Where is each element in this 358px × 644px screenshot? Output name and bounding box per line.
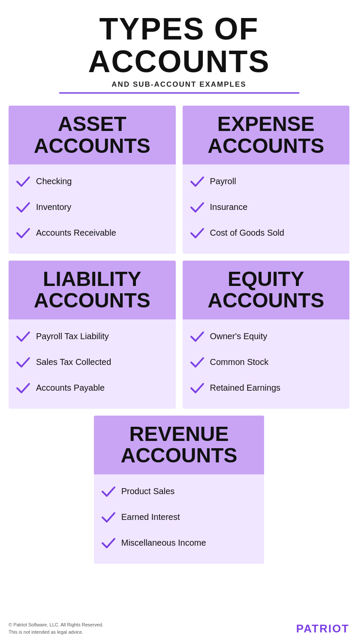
list-item: Insurance [190, 194, 341, 220]
footer-legal-line2: This is not intended as legal advice. [9, 629, 103, 636]
expense-card-body: Payroll Insurance Cost of Goods Sold [183, 164, 350, 254]
revenue-item-3: Miscellaneous Income [121, 538, 206, 548]
list-item: Checking [15, 169, 167, 194]
list-item: Cost of Goods Sold [190, 220, 341, 246]
check-icon [15, 174, 31, 189]
liability-card-title: LIABILITY ACCOUNTS [15, 268, 169, 312]
list-item: Owner's Equity [190, 324, 341, 349]
revenue-card-header: REVENUE ACCOUNTS [94, 416, 265, 474]
check-icon [15, 225, 31, 241]
list-item: Product Sales [101, 479, 256, 504]
list-item: Inventory [15, 194, 167, 220]
expense-card: EXPENSE ACCOUNTS Payroll Insurance [183, 106, 350, 254]
subtitle-divider [59, 92, 299, 94]
asset-card-header: ASSET ACCOUNTS [9, 106, 176, 164]
footer-brand: PATRIOT [296, 622, 349, 635]
revenue-item-2: Earned Interest [121, 512, 180, 522]
asset-card: ASSET ACCOUNTS Checking Inventory [9, 106, 176, 254]
check-icon [101, 484, 116, 499]
check-icon [190, 225, 205, 241]
liability-item-2: Sales Tax Collected [36, 357, 111, 367]
equity-card-body: Owner's Equity Common Stock Retained Ear… [183, 319, 350, 409]
expense-item-3: Cost of Goods Sold [210, 228, 284, 238]
check-icon [190, 174, 205, 189]
list-item: Sales Tax Collected [15, 349, 167, 375]
revenue-card-title: REVENUE ACCOUNTS [101, 423, 258, 467]
revenue-item-1: Product Sales [121, 486, 175, 496]
subtitle-section: AND SUB-ACCOUNT EXAMPLES [9, 80, 349, 94]
expense-card-header: EXPENSE ACCOUNTS [183, 106, 350, 164]
liability-item-3: Accounts Payable [36, 383, 105, 393]
footer-legal: © Patriot Software, LLC. All Rights Rese… [9, 621, 103, 635]
list-item: Accounts Receivable [15, 220, 167, 246]
asset-item-1: Checking [36, 176, 72, 186]
middle-row-grid: LIABILITY ACCOUNTS Payroll Tax Liability… [9, 261, 349, 409]
check-icon [101, 510, 116, 525]
liability-card-header: LIABILITY ACCOUNTS [9, 261, 176, 319]
asset-card-title: ASSET ACCOUNTS [15, 113, 169, 157]
equity-card-header: EQUITY ACCOUNTS [183, 261, 350, 319]
equity-item-1: Owner's Equity [210, 331, 268, 341]
liability-card-body: Payroll Tax Liability Sales Tax Collecte… [9, 319, 176, 409]
check-icon [15, 355, 31, 370]
equity-item-3: Retained Earnings [210, 383, 281, 393]
list-item: Earned Interest [101, 504, 256, 530]
page-title: TYPES OF ACCOUNTS [9, 13, 349, 78]
list-item: Payroll [190, 169, 341, 194]
list-item: Accounts Payable [15, 375, 167, 401]
footer-legal-line1: © Patriot Software, LLC. All Rights Rese… [9, 621, 103, 629]
check-icon [15, 380, 31, 396]
asset-item-2: Inventory [36, 202, 71, 212]
list-item: Retained Earnings [190, 375, 341, 401]
check-icon [15, 329, 31, 344]
check-icon [190, 380, 205, 396]
liability-item-1: Payroll Tax Liability [36, 331, 109, 341]
liability-card: LIABILITY ACCOUNTS Payroll Tax Liability… [9, 261, 176, 409]
check-icon [190, 200, 205, 215]
check-icon [190, 329, 205, 344]
subtitle-text: AND SUB-ACCOUNT EXAMPLES [111, 80, 246, 89]
equity-card: EQUITY ACCOUNTS Owner's Equity Common St… [183, 261, 350, 409]
asset-item-3: Accounts Receivable [36, 228, 116, 238]
equity-card-title: EQUITY ACCOUNTS [190, 268, 343, 312]
footer: © Patriot Software, LLC. All Rights Rese… [9, 613, 349, 635]
asset-card-body: Checking Inventory Accounts Receivable [9, 164, 176, 254]
expense-item-1: Payroll [210, 176, 236, 186]
equity-item-2: Common Stock [210, 357, 269, 367]
top-row-grid: ASSET ACCOUNTS Checking Inventory [9, 106, 349, 254]
list-item: Common Stock [190, 349, 341, 375]
check-icon [101, 535, 116, 551]
check-icon [15, 200, 31, 215]
revenue-card: REVENUE ACCOUNTS Product Sales Earned In… [94, 416, 265, 564]
list-item: Payroll Tax Liability [15, 324, 167, 349]
revenue-card-body: Product Sales Earned Interest Miscellane… [94, 474, 265, 564]
list-item: Miscellaneous Income [101, 530, 256, 556]
check-icon [190, 355, 205, 370]
expense-card-title: EXPENSE ACCOUNTS [190, 113, 343, 157]
expense-item-2: Insurance [210, 202, 248, 212]
